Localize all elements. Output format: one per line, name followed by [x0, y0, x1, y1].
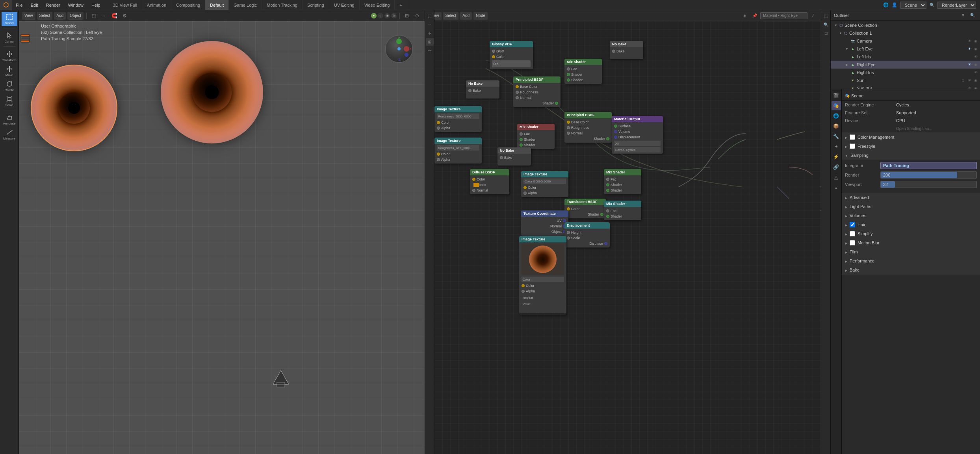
node-mix-shader-3[interactable]: Mix Shader Fac Shader Shader — [604, 169, 641, 194]
menu-file[interactable]: File — [12, 0, 27, 10]
simplify-header[interactable]: Simplify — [842, 229, 980, 238]
tex-repeat[interactable]: Repeat — [522, 295, 564, 300]
render-samples-bar[interactable]: 200 — [880, 171, 977, 179]
node-rtool-1[interactable]: ⬚ — [822, 12, 830, 20]
node-img-texture-2[interactable]: Image Texture Roughness_BFF_0000 Color A… — [434, 138, 482, 164]
tool-transform[interactable]: Transform — [2, 49, 17, 63]
node-use-nodes-icon[interactable]: ✓ — [809, 11, 817, 20]
renderlayer-selector[interactable]: RenderLayer — [937, 2, 976, 9]
node-material-selector[interactable]: Material • Right Eye — [760, 12, 807, 19]
node-diffuse[interactable]: Diffuse BSDF Color 0000 Normal — [470, 169, 509, 194]
tool-measure[interactable]: Measure — [2, 127, 17, 141]
props-tab-material[interactable]: ⬥ — [832, 183, 841, 192]
righteye-vis-icon[interactable]: 👁 — [967, 63, 972, 67]
lefteye-expand[interactable]: ▼ — [845, 47, 849, 51]
integrator-value-btn[interactable]: Path Tracing — [880, 162, 977, 169]
node-tool-5[interactable]: ✏ — [426, 47, 434, 54]
outliner-camera[interactable]: 📷 Camera 👁 ◉ — [831, 37, 980, 45]
node-translucent[interactable]: Translucent BSDF Color Shader — [564, 199, 606, 218]
right-eye-object[interactable] — [161, 41, 263, 143]
node-type-icon[interactable]: ◈ — [741, 11, 749, 20]
film-header[interactable]: Film — [842, 247, 980, 256]
tool-cursor[interactable]: Cursor — [2, 30, 17, 45]
node-mix-shader-1[interactable]: Mix Shader Fac Shader Shader — [564, 59, 602, 84]
node-img-texture-3[interactable]: Image Texture Color GGGG 0000 Color Alph… — [521, 171, 568, 197]
tool-scale[interactable]: Scale — [2, 94, 17, 108]
props-tab-data[interactable]: △ — [832, 173, 841, 182]
node-mix-shader-2[interactable]: Mix Shader Fac Shader Shader — [517, 124, 555, 149]
tool-rotate[interactable]: Rotate — [2, 79, 17, 93]
scene-selector[interactable]: Scene — [900, 2, 926, 9]
tool-annotate[interactable]: Annotate — [2, 112, 17, 127]
camera-vis-icon[interactable]: 👁 — [967, 39, 972, 43]
viewport-navigation[interactable]: Z X -Z — [385, 35, 417, 67]
node-tool-1[interactable]: ⬚ — [426, 12, 434, 20]
node-tool-2[interactable]: ↔ — [426, 20, 434, 28]
lefteye-vis-icon[interactable]: 👁 — [967, 47, 972, 51]
outliner-scene-collection[interactable]: ▼ ⬡ Scene Collection — [831, 21, 980, 29]
tool-select-box[interactable]: Select — [2, 12, 17, 26]
props-tab-object[interactable]: 📦 — [832, 121, 841, 131]
sun-vis-icon[interactable]: 👁 — [967, 78, 972, 82]
props-tab-modifier[interactable]: 🔧 — [832, 132, 841, 141]
outliner-search-icon[interactable]: 🔍 — [968, 11, 977, 20]
node-nobake-2[interactable]: No Bake Bake — [466, 80, 499, 99]
workspace-motiontracking[interactable]: Motion Tracking — [262, 0, 303, 10]
node-principled-2[interactable]: Principled BSDF Base Color Roughness Nor… — [564, 112, 612, 143]
node-img-texture-1[interactable]: Image Texture Roughness_DDD_0000 Color A… — [434, 106, 482, 132]
sun-render-icon[interactable]: ◉ — [973, 78, 978, 82]
shading-solid-btn[interactable]: ● — [371, 13, 377, 19]
advanced-header[interactable]: Advanced — [842, 193, 980, 202]
leftiris-vis-icon[interactable]: 👁 — [973, 55, 978, 59]
viewport-overlay-icon[interactable]: ⊞ — [403, 11, 411, 20]
workspace-default[interactable]: Default — [205, 0, 229, 10]
simplify-checkbox[interactable] — [850, 231, 855, 236]
diffuse-color[interactable]: 0000 — [472, 182, 507, 188]
menu-render[interactable]: Render — [42, 0, 64, 10]
collection-1-expand[interactable]: ▼ — [839, 31, 843, 35]
viewport-snap-icon[interactable]: 🧲 — [110, 11, 119, 20]
workspace-add[interactable]: + — [395, 0, 407, 10]
app-logo[interactable]: ⬡ — [0, 0, 12, 10]
viewport-props-icon[interactable]: ⚙ — [120, 11, 129, 20]
freestyle-header[interactable]: Freestyle — [842, 142, 980, 151]
node-math[interactable]: Mix Shader Fac Shader — [604, 201, 641, 220]
sun001-vis-icon[interactable]: 👁 — [967, 86, 972, 89]
workspace-uvediting[interactable]: UV Editing — [329, 0, 360, 10]
freestyle-checkbox[interactable] — [850, 143, 855, 149]
node-pinned-icon[interactable]: 📌 — [750, 11, 759, 20]
sampling-header[interactable]: Sampling — [842, 151, 980, 160]
menu-help[interactable]: Help — [87, 0, 104, 10]
rightiris-vis-icon[interactable]: 👁 — [973, 71, 978, 74]
camera-render-icon[interactable]: ◉ — [973, 39, 978, 43]
node-select-menu[interactable]: Select — [443, 12, 459, 20]
hair-checkbox[interactable] — [850, 222, 855, 227]
workspace-3dviewfull[interactable]: 3D View Full — [108, 0, 143, 10]
props-tab-particles[interactable]: ✦ — [832, 142, 841, 151]
motionblur-checkbox[interactable] — [850, 240, 855, 246]
viewport-object-menu[interactable]: Object — [67, 12, 84, 20]
shading-material-btn[interactable]: ◉ — [384, 13, 390, 19]
shading-render-btn[interactable]: ◎ — [391, 13, 397, 19]
viewport-samples-bar[interactable]: 32 — [880, 181, 977, 188]
props-tab-physics[interactable]: ⚡ — [832, 152, 841, 162]
righteye-expand[interactable]: ▶ — [845, 63, 849, 67]
righteye-render-icon[interactable]: ◉ — [973, 63, 978, 67]
outliner-righteye[interactable]: ▶ ▲ Right Eye 👁 ◉ — [831, 61, 980, 69]
node-nobake-1[interactable]: No Bake Bake — [610, 41, 643, 59]
workspace-videoediting[interactable]: Video Editing — [360, 0, 395, 10]
node-nobake-3[interactable]: No Bake Bake — [497, 147, 531, 166]
node-glossy[interactable]: Glossy PDF GGX Color 0.5 — [490, 41, 533, 69]
viewport-view-menu[interactable]: View — [22, 12, 35, 20]
volumes-header[interactable]: Volumes — [842, 211, 980, 220]
node-editor[interactable]: View Select Add Node ◈ 📌 Material • Righ… — [425, 10, 830, 454]
workspace-scripting[interactable]: Scripting — [303, 0, 329, 10]
outliner-collection-1[interactable]: ▼ ⬡ Collection 1 — [831, 29, 980, 37]
viewport-canvas[interactable]: Z X -Z — [19, 21, 425, 454]
menu-edit[interactable]: Edit — [27, 0, 42, 10]
node-tex-coord[interactable]: Texture Coordinate UV Normal Object — [521, 210, 568, 236]
bake-header[interactable]: Bake — [842, 266, 980, 274]
workspace-gamelogic[interactable]: Game Logic — [229, 0, 262, 10]
output-target[interactable]: Eevee, Cycles — [614, 147, 661, 153]
outliner-filter-icon[interactable]: ▼ — [959, 11, 967, 20]
